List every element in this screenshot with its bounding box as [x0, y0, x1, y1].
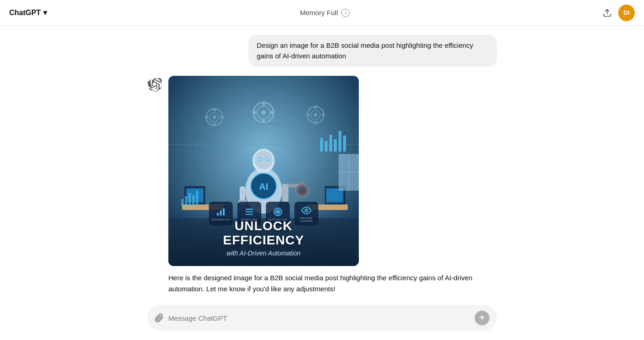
- svg-point-45: [314, 113, 317, 117]
- user-avatar[interactable]: DI: [618, 5, 635, 21]
- attach-button[interactable]: [155, 313, 164, 323]
- svg-rect-62: [192, 195, 195, 206]
- svg-point-20: [259, 159, 261, 160]
- upload-icon: [603, 8, 612, 17]
- memory-status: Memory Full i: [300, 9, 350, 17]
- svg-rect-55: [329, 135, 332, 152]
- svg-rect-32: [262, 102, 265, 105]
- svg-rect-54: [325, 141, 328, 152]
- svg-rect-42: [220, 116, 224, 118]
- send-icon: [479, 315, 485, 321]
- svg-rect-59: [181, 199, 184, 206]
- app-header: ChatGPT ▾ Memory Full i DI: [0, 0, 644, 26]
- svg-rect-48: [306, 113, 310, 116]
- svg-rect-39: [213, 108, 216, 111]
- chevron-down-icon: ▾: [43, 8, 47, 17]
- message-input[interactable]: [168, 314, 470, 322]
- svg-rect-47: [314, 121, 317, 124]
- svg-point-81: [305, 209, 308, 212]
- svg-rect-63: [196, 191, 198, 206]
- svg-rect-24: [282, 184, 288, 202]
- paperclip-icon: [155, 313, 164, 323]
- generated-image[interactable]: AI: [168, 76, 359, 266]
- header-actions: DI: [603, 5, 635, 21]
- memory-full-label: Memory Full: [300, 9, 338, 17]
- svg-point-21: [266, 159, 268, 160]
- send-button[interactable]: [475, 311, 489, 325]
- assistant-content: AI: [168, 76, 497, 295]
- svg-rect-49: [322, 113, 325, 116]
- svg-rect-60: [185, 196, 187, 206]
- svg-rect-58: [343, 136, 346, 152]
- memory-info-icon[interactable]: i: [341, 9, 350, 17]
- chat-messages: Design an image for a B2B social media p…: [147, 35, 497, 295]
- svg-rect-35: [270, 111, 274, 114]
- svg-rect-40: [213, 123, 216, 126]
- chatgpt-icon: [147, 78, 162, 92]
- svg-rect-57: [339, 131, 341, 152]
- svg-rect-41: [205, 116, 208, 118]
- user-message-row: Design an image for a B2B social media p…: [147, 35, 497, 67]
- input-area: [0, 299, 644, 340]
- image-text-overlay: UNLOCK EFFICIENCY with AI-Driven Automat…: [168, 212, 359, 266]
- assistant-response-text: Here is the designed image for a B2B soc…: [168, 272, 497, 295]
- svg-point-38: [213, 115, 216, 119]
- app-title-button[interactable]: ChatGPT ▾: [9, 8, 47, 17]
- svg-rect-46: [314, 106, 317, 109]
- upload-button[interactable]: [603, 8, 612, 17]
- svg-rect-53: [320, 138, 323, 152]
- svg-rect-56: [334, 139, 337, 152]
- user-message-bubble: Design an image for a B2B social media p…: [248, 35, 497, 67]
- svg-point-17: [254, 151, 273, 169]
- svg-point-31: [261, 110, 266, 115]
- app-name: ChatGPT: [9, 9, 40, 17]
- svg-text:AI: AI: [259, 181, 268, 192]
- message-input-container: [147, 305, 497, 331]
- image-subtext: with AI-Driven Automation: [173, 249, 354, 257]
- assistant-message-row: AI: [147, 76, 497, 295]
- svg-rect-34: [253, 111, 256, 114]
- svg-rect-77: [246, 209, 253, 210]
- svg-rect-11: [327, 189, 343, 202]
- image-headline: UNLOCK EFFICIENCY: [173, 219, 354, 248]
- svg-rect-22: [240, 186, 245, 202]
- user-message-text: Design an image for a B2B social media p…: [257, 41, 473, 60]
- svg-rect-61: [189, 193, 191, 206]
- chat-area: Design an image for a B2B social media p…: [0, 26, 644, 299]
- svg-point-28: [299, 187, 306, 194]
